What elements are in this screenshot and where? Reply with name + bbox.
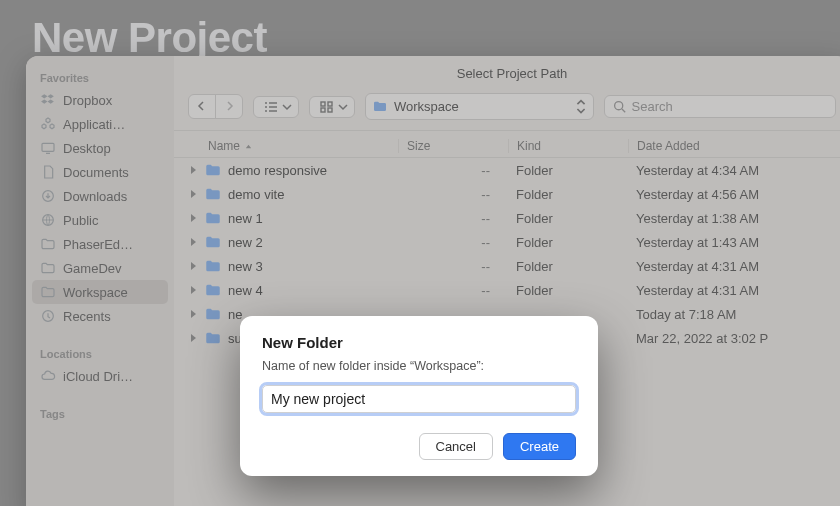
file-date: Yesterday at 1:43 AM (628, 235, 836, 250)
create-button[interactable]: Create (503, 433, 576, 460)
cancel-button[interactable]: Cancel (419, 433, 493, 460)
folder-icon (204, 161, 222, 179)
sidebar-item-desktop[interactable]: Desktop (32, 136, 168, 160)
nav-forward-button[interactable] (216, 95, 242, 118)
sidebar-item-gamedev[interactable]: GameDev (32, 256, 168, 280)
dialog-subtitle: Name of new folder inside “Workspace”: (262, 359, 576, 373)
group-by-popup[interactable] (309, 96, 355, 118)
grid-icon (320, 101, 334, 113)
file-date: Yesterday at 4:34 AM (628, 163, 836, 178)
path-popup[interactable]: Workspace (365, 93, 594, 120)
search-field[interactable]: Search (604, 95, 837, 118)
new-folder-name-input[interactable] (262, 385, 576, 413)
chevron-down-icon (338, 102, 348, 112)
column-date[interactable]: Date Added (628, 139, 836, 153)
sidebar-item-dropbox[interactable]: Dropbox (32, 88, 168, 112)
sidebar-item-recents[interactable]: Recents (32, 304, 168, 328)
toolbar: Workspace Search (174, 87, 840, 130)
group-button[interactable] (310, 97, 354, 117)
dialog-title: New Folder (262, 334, 576, 351)
sidebar-item-label: GameDev (63, 261, 122, 276)
file-date: Yesterday at 1:38 AM (628, 211, 836, 226)
disclosure-triangle-icon[interactable] (188, 165, 198, 175)
file-kind: Folder (508, 283, 628, 298)
folder-icon (40, 284, 56, 300)
view-mode-popup[interactable] (253, 96, 299, 118)
nav-back-button[interactable] (189, 95, 215, 118)
sidebar-item-applicati-[interactable]: Applicati… (32, 112, 168, 136)
file-name: demo vite (228, 187, 284, 202)
sidebar-item-phasered-[interactable]: PhaserEd… (32, 232, 168, 256)
file-kind: Folder (508, 211, 628, 226)
desktop-icon (40, 140, 56, 156)
svg-rect-0 (42, 143, 54, 151)
file-size: -- (398, 259, 508, 274)
file-name: new 1 (228, 211, 263, 226)
table-row[interactable]: new 4--FolderYesterday at 4:31 AM (174, 278, 840, 302)
svg-rect-4 (321, 102, 325, 106)
view-list-button[interactable] (254, 97, 298, 117)
sort-ascending-icon (244, 142, 253, 151)
file-size: -- (398, 187, 508, 202)
column-name-label: Name (208, 139, 240, 153)
search-icon (613, 100, 626, 113)
folder-icon (372, 99, 388, 115)
column-kind[interactable]: Kind (508, 139, 628, 153)
list-icon (264, 101, 278, 113)
downloads-icon (40, 188, 56, 204)
disclosure-triangle-icon[interactable] (188, 213, 198, 223)
folder-icon (204, 257, 222, 275)
sidebar-item-icloud-dri-[interactable]: iCloud Dri… (32, 364, 168, 388)
sidebar-item-workspace[interactable]: Workspace (32, 280, 168, 304)
sidebar-item-label: Public (63, 213, 98, 228)
file-date: Mar 22, 2022 at 3:02 P (628, 331, 836, 346)
file-size: -- (398, 283, 508, 298)
column-size[interactable]: Size (398, 139, 508, 153)
sidebar-item-label: Recents (63, 309, 111, 324)
svg-rect-5 (328, 102, 332, 106)
sidebar-item-documents[interactable]: Documents (32, 160, 168, 184)
file-date: Yesterday at 4:31 AM (628, 283, 836, 298)
up-down-icon (575, 97, 587, 116)
file-date: Yesterday at 4:31 AM (628, 259, 836, 274)
sidebar-section-locations: Locations (32, 342, 168, 364)
sidebar-section-tags: Tags (32, 402, 168, 424)
file-name: new 4 (228, 283, 263, 298)
table-row[interactable]: demo vite--FolderYesterday at 4:56 AM (174, 182, 840, 206)
folder-icon (40, 236, 56, 252)
disclosure-triangle-icon[interactable] (188, 333, 198, 343)
disclosure-triangle-icon[interactable] (188, 261, 198, 271)
recents-icon (40, 308, 56, 324)
doc-icon (40, 164, 56, 180)
chevron-left-icon (197, 101, 207, 111)
folder-icon (204, 185, 222, 203)
disclosure-triangle-icon[interactable] (188, 189, 198, 199)
sidebar-item-downloads[interactable]: Downloads (32, 184, 168, 208)
file-kind: Folder (508, 235, 628, 250)
file-kind: Folder (508, 259, 628, 274)
sidebar-item-label: Documents (63, 165, 129, 180)
disclosure-triangle-icon[interactable] (188, 237, 198, 247)
table-row[interactable]: new 2--FolderYesterday at 1:43 AM (174, 230, 840, 254)
table-row[interactable]: demo responsive--FolderYesterday at 4:34… (174, 158, 840, 182)
nav-back-forward (188, 94, 243, 119)
table-row[interactable]: new 1--FolderYesterday at 1:38 AM (174, 206, 840, 230)
folder-icon (40, 260, 56, 276)
column-name[interactable]: Name (188, 139, 398, 153)
sidebar-item-label: Downloads (63, 189, 127, 204)
disclosure-triangle-icon[interactable] (188, 309, 198, 319)
file-size: -- (398, 235, 508, 250)
disclosure-triangle-icon[interactable] (188, 285, 198, 295)
file-kind: Folder (508, 163, 628, 178)
folder-icon (204, 233, 222, 251)
folder-icon (204, 329, 222, 347)
column-headers: Name Size Kind Date Added (174, 130, 840, 158)
file-date: Yesterday at 4:56 AM (628, 187, 836, 202)
sidebar-section-favorites: Favorites (32, 66, 168, 88)
file-name: new 3 (228, 259, 263, 274)
sidebar-item-public[interactable]: Public (32, 208, 168, 232)
sidebar-item-label: Dropbox (63, 93, 112, 108)
file-date: Today at 7:18 AM (628, 307, 836, 322)
table-row[interactable]: new 3--FolderYesterday at 4:31 AM (174, 254, 840, 278)
sidebar-item-label: Desktop (63, 141, 111, 156)
